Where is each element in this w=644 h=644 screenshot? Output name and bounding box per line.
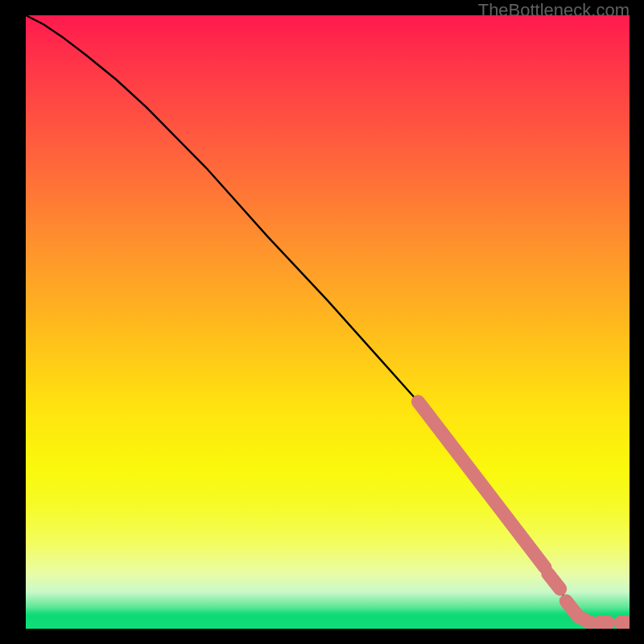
plot-area (26, 15, 630, 629)
watermark-text: TheBottleneck.com (478, 0, 630, 21)
curve-line (26, 15, 630, 622)
marker-seg-0 (419, 402, 546, 568)
marker-segments (419, 402, 630, 622)
bottleneck-curve (26, 15, 630, 622)
curve-layer (26, 15, 630, 629)
chart-frame: TheBottleneck.com (0, 0, 644, 644)
marker-seg-3 (578, 617, 590, 623)
marker-seg-1 (548, 573, 560, 588)
